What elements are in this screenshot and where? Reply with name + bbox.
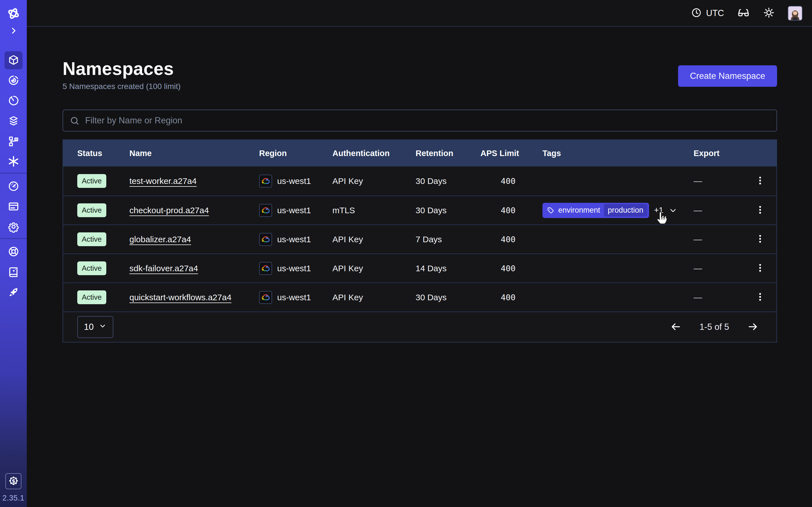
page-size-value: 10 bbox=[84, 322, 94, 332]
kebab-menu-icon bbox=[755, 263, 765, 274]
sidebar-item-get-started[interactable] bbox=[4, 283, 22, 301]
table-row: Active globalizer.a27a4 us-west1 API Key… bbox=[63, 224, 776, 253]
create-namespace-button[interactable]: Create Namespace bbox=[678, 65, 777, 87]
col-header-retention: Retention bbox=[416, 149, 480, 158]
svg-text:$: $ bbox=[11, 478, 15, 484]
kebab-menu-icon bbox=[755, 292, 765, 303]
retention-cell: 30 Days bbox=[416, 293, 480, 302]
rocket-icon bbox=[8, 286, 19, 299]
region-cell: us-west1 bbox=[259, 291, 333, 304]
kebab-menu-icon bbox=[755, 175, 765, 186]
theme-toggle-button[interactable] bbox=[763, 7, 775, 19]
row-actions-cell bbox=[752, 173, 776, 189]
region-cell: us-west1 bbox=[259, 233, 333, 246]
sidebar-item-namespaces[interactable] bbox=[4, 51, 22, 69]
namespace-link[interactable]: sdk-failover.a27a4 bbox=[130, 264, 198, 273]
status-badge: Active bbox=[77, 262, 106, 275]
credit-card-icon bbox=[8, 201, 19, 213]
region-label: us-west1 bbox=[277, 293, 311, 302]
authentication-cell: API Key bbox=[333, 176, 416, 186]
tag-expand-chevron[interactable] bbox=[668, 206, 677, 215]
status-cell: Active bbox=[77, 174, 130, 188]
row-actions-cell bbox=[752, 289, 776, 306]
authentication-cell: API Key bbox=[333, 293, 416, 302]
col-header-aps-limit: APS Limit bbox=[480, 149, 543, 158]
sidebar-expand-chevron-icon[interactable] bbox=[7, 26, 20, 36]
row-actions-cell bbox=[752, 260, 776, 277]
sidebar-item-docs[interactable] bbox=[4, 263, 22, 281]
gear-icon bbox=[8, 221, 19, 233]
usage-credits-button[interactable]: $ bbox=[5, 473, 21, 489]
google-cloud-icon bbox=[259, 204, 272, 217]
sidebar-item-monitor[interactable] bbox=[4, 71, 22, 90]
google-cloud-icon bbox=[259, 262, 272, 275]
retention-cell: 7 Days bbox=[416, 235, 480, 244]
glasses-icon bbox=[737, 6, 750, 20]
sidebar-item-schedules[interactable] bbox=[4, 92, 22, 110]
filter-input[interactable] bbox=[63, 110, 777, 131]
col-header-region: Region bbox=[259, 149, 333, 158]
status-badge: Active bbox=[77, 232, 106, 246]
region-cell: us-west1 bbox=[259, 262, 333, 275]
timezone-button[interactable]: UTC bbox=[691, 7, 724, 19]
export-cell: — bbox=[694, 235, 752, 244]
row-menu-button[interactable] bbox=[752, 202, 769, 219]
temporal-logo-icon[interactable] bbox=[6, 6, 21, 21]
swirl-eye-icon bbox=[8, 74, 19, 87]
branch-nodes-icon bbox=[8, 135, 19, 148]
namespace-tag[interactable]: environment production bbox=[543, 203, 649, 218]
status-badge: Active bbox=[77, 203, 106, 217]
tags-cell: environment production +1 bbox=[543, 203, 694, 218]
pagination-range: 1-5 of 5 bbox=[700, 322, 729, 332]
export-cell: — bbox=[694, 176, 752, 186]
tag-group: environment production +1 bbox=[543, 203, 677, 218]
namespace-link[interactable]: globalizer.a27a4 bbox=[130, 235, 191, 244]
status-cell: Active bbox=[77, 203, 130, 217]
row-actions-cell bbox=[752, 231, 776, 248]
sidebar-item-nexus[interactable] bbox=[4, 153, 22, 171]
row-menu-button[interactable] bbox=[752, 260, 769, 277]
prev-page-button[interactable] bbox=[670, 321, 682, 334]
status-cell: Active bbox=[77, 232, 130, 246]
aps-limit-cell: 400 bbox=[480, 176, 543, 186]
sidebar-item-support[interactable] bbox=[4, 243, 22, 261]
sidebar: $ 2.35.1 bbox=[0, 0, 27, 507]
user-avatar[interactable] bbox=[788, 6, 802, 20]
table-footer: 10 1-5 of 5 bbox=[63, 312, 776, 342]
sidebar-item-workflows[interactable] bbox=[4, 132, 22, 151]
region-label: us-west1 bbox=[277, 176, 311, 186]
region-cell: us-west1 bbox=[259, 204, 333, 217]
sidebar-item-deployments[interactable] bbox=[4, 112, 22, 130]
status-cell: Active bbox=[77, 290, 130, 304]
name-cell: test-worker.a27a4 bbox=[130, 176, 259, 186]
kebab-menu-icon bbox=[755, 234, 765, 245]
page-subtitle: 5 Namespaces created (100 limit) bbox=[63, 82, 181, 91]
layers-icon bbox=[8, 115, 19, 128]
row-menu-button[interactable] bbox=[752, 231, 769, 248]
sidebar-item-usage[interactable] bbox=[4, 177, 22, 195]
next-page-button[interactable] bbox=[747, 321, 759, 334]
retention-cell: 14 Days bbox=[416, 264, 480, 273]
arrow-right-icon bbox=[747, 321, 759, 334]
region-cell: us-west1 bbox=[259, 175, 333, 187]
col-header-authentication: Authentication bbox=[333, 149, 416, 158]
region-label: us-west1 bbox=[277, 206, 311, 215]
sidebar-item-billing[interactable] bbox=[4, 198, 22, 216]
namespace-link[interactable]: test-worker.a27a4 bbox=[130, 176, 197, 186]
export-cell: — bbox=[694, 293, 752, 302]
tag-more-count[interactable]: +1 bbox=[654, 206, 663, 215]
row-menu-button[interactable] bbox=[752, 289, 769, 306]
row-menu-button[interactable] bbox=[752, 173, 769, 189]
lifebuoy-icon bbox=[8, 245, 19, 258]
labs-toggle-button[interactable] bbox=[737, 6, 750, 20]
page-size-select[interactable]: 10 bbox=[77, 316, 113, 338]
namespaces-table: Status Name Region Authentication Retent… bbox=[63, 139, 777, 342]
sidebar-item-settings[interactable] bbox=[4, 218, 22, 236]
namespace-link[interactable]: quickstart-workflows.a27a4 bbox=[130, 293, 232, 302]
col-header-tags: Tags bbox=[543, 149, 694, 158]
sidebar-nav bbox=[4, 51, 22, 171]
table-body: Active test-worker.a27a4 us-west1 API Ke… bbox=[63, 166, 776, 312]
region-label: us-west1 bbox=[277, 264, 311, 273]
namespace-link[interactable]: checkout-prod.a27a4 bbox=[130, 206, 209, 215]
sun-icon bbox=[763, 7, 775, 19]
